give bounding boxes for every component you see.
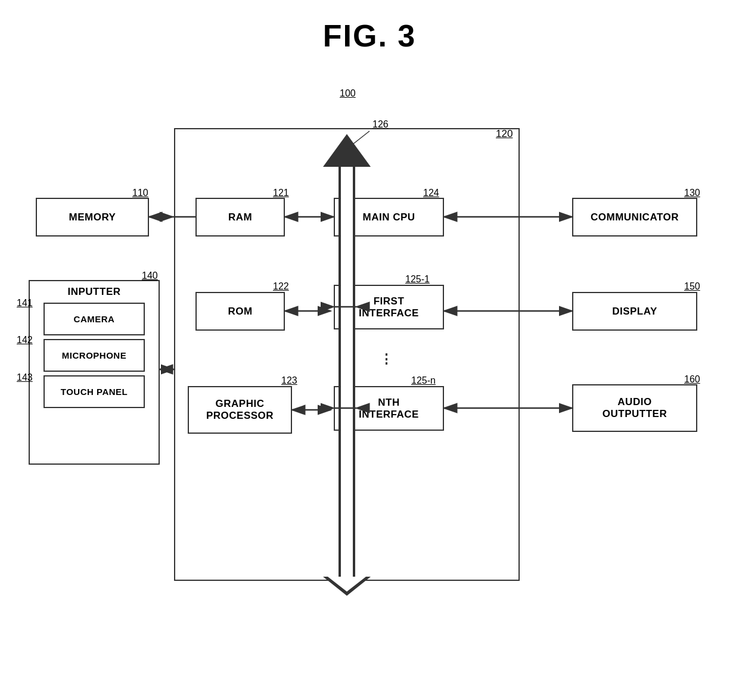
- block-inputter-outer: INPUTTER CAMERA MICROPHONE TOUCH PANEL: [29, 280, 160, 465]
- ref-125-n: 125-n: [411, 375, 436, 386]
- block-graphic-processor: GRAPHIC PROCESSOR: [188, 386, 292, 434]
- block-display: DISPLAY: [572, 292, 697, 331]
- diagram: FIG. 3 100 120 MEMORY 110 RAM 121 ROM 12…: [0, 0, 739, 700]
- block-communicator: COMMUNICATOR: [572, 198, 697, 237]
- ref-122: 122: [273, 281, 289, 292]
- ref-150: 150: [684, 281, 700, 292]
- ref-121: 121: [273, 188, 289, 198]
- ref-143: 143: [17, 372, 33, 383]
- block-memory: MEMORY: [36, 198, 149, 237]
- block-touch-panel: TOUCH PANEL: [44, 375, 145, 408]
- block-ram: RAM: [195, 198, 285, 237]
- ref-120: 120: [496, 128, 513, 140]
- block-first-interface: FIRST INTERFACE: [334, 285, 444, 329]
- ref-126: 126: [372, 119, 389, 130]
- block-audio-outputter: AUDIO OUTPUTTER: [572, 384, 697, 432]
- block-main-cpu: MAIN CPU: [334, 198, 444, 237]
- block-nth-interface: NTH INTERFACE: [334, 386, 444, 431]
- ref-140: 140: [142, 270, 158, 281]
- outer-box-120: [174, 128, 520, 581]
- ref-125-1: 125-1: [405, 274, 430, 285]
- ref-160: 160: [684, 374, 700, 385]
- fig-title: FIG. 3: [0, 0, 739, 54]
- ref-141: 141: [17, 298, 33, 309]
- ref-130: 130: [684, 188, 700, 198]
- block-rom: ROM: [195, 292, 285, 331]
- ref-110: 110: [132, 188, 148, 198]
- ref-100: 100: [340, 88, 356, 99]
- ref-124: 124: [423, 188, 439, 198]
- block-microphone: MICROPHONE: [44, 339, 145, 372]
- ref-142: 142: [17, 335, 33, 346]
- ref-123: 123: [281, 375, 297, 386]
- block-camera: CAMERA: [44, 303, 145, 335]
- inputter-label: INPUTTER: [68, 286, 121, 298]
